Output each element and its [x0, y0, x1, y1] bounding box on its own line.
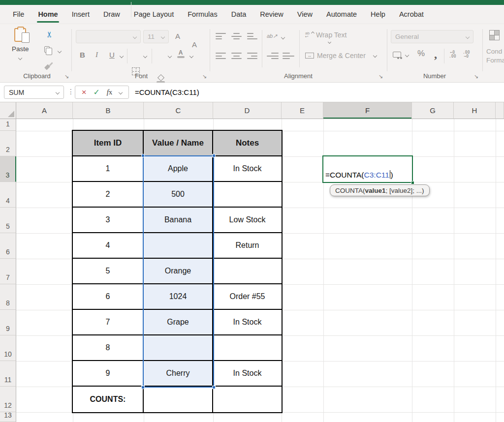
row-header-6[interactable]: 6 — [0, 233, 16, 259]
cell-C9[interactable]: Grape — [144, 310, 213, 335]
increase-indent-button[interactable] — [283, 53, 294, 59]
cell-B9[interactable]: 7 — [73, 310, 144, 335]
cell-D10[interactable] — [213, 335, 282, 361]
increase-decimal-button[interactable]: ←0 .00 — [449, 51, 456, 59]
active-cell-editor[interactable]: =COUNTA(C3:C11) — [322, 155, 413, 183]
row-header-7[interactable]: 7 — [0, 259, 16, 284]
row-header-9[interactable]: 9 — [0, 310, 16, 335]
row-header-3[interactable]: 3 — [0, 156, 16, 182]
row-header-12[interactable]: 12 — [0, 387, 16, 412]
column-header-a[interactable]: A — [16, 102, 73, 119]
align-top-button[interactable] — [216, 33, 226, 39]
tab-review[interactable]: Review — [253, 5, 290, 24]
cell-C12[interactable] — [144, 387, 213, 412]
cell-B6[interactable]: 4 — [73, 233, 144, 259]
accounting-chevron-icon[interactable] — [405, 53, 409, 57]
accounting-format-button[interactable] — [393, 52, 401, 58]
copy-button[interactable] — [44, 46, 50, 55]
tab-file[interactable]: File — [6, 5, 31, 24]
number-format-combo[interactable]: General — [391, 30, 473, 43]
column-header-g[interactable]: G — [412, 102, 454, 119]
cell-D7[interactable] — [213, 259, 282, 284]
align-left-button[interactable] — [216, 53, 226, 59]
tab-draw[interactable]: Draw — [96, 5, 127, 24]
tab-insert[interactable]: Insert — [65, 5, 96, 24]
cell-B3[interactable]: 1 — [73, 156, 144, 182]
align-center-button[interactable] — [231, 53, 242, 59]
cell-D3[interactable]: In Stock — [213, 156, 282, 182]
fill-handle[interactable] — [411, 181, 414, 184]
tab-acrobat[interactable]: Acrobat — [392, 5, 431, 24]
cell-D5[interactable]: Low Stock — [213, 208, 282, 233]
column-header-partial[interactable] — [496, 102, 504, 119]
insert-function-button[interactable]: fx — [107, 88, 113, 96]
cell-B4[interactable]: 2 — [73, 182, 144, 208]
cell-C10[interactable] — [144, 335, 213, 361]
orientation-button[interactable]: ab↗ — [267, 33, 277, 39]
cell-D11[interactable]: In Stock — [213, 361, 282, 387]
cell-C2[interactable]: Value / Name — [144, 131, 213, 156]
cell-D6[interactable]: Return — [213, 233, 282, 259]
column-header-d[interactable]: D — [213, 102, 282, 119]
paste-button[interactable]: Paste — [12, 28, 29, 61]
cell-D8[interactable]: Order #55 — [213, 284, 282, 310]
orientation-chevron-icon[interactable] — [281, 35, 285, 39]
cell-B5[interactable]: 3 — [73, 208, 144, 233]
tab-page-layout[interactable]: Page Layout — [127, 5, 181, 24]
cell-B11[interactable]: 9 — [73, 361, 144, 387]
row-header-13[interactable]: 13 — [0, 412, 16, 422]
tab-help[interactable]: Help — [364, 5, 392, 24]
percent-style-button[interactable]: % — [417, 49, 425, 59]
number-dialog-launcher[interactable]: ↘ — [474, 74, 478, 79]
cell-C7[interactable]: Orange — [144, 259, 213, 284]
tab-data[interactable]: Data — [224, 5, 253, 24]
fill-color-chevron-icon[interactable] — [168, 54, 172, 58]
cut-button[interactable]: ✂ — [46, 30, 53, 39]
enter-button[interactable]: ✓ — [94, 89, 100, 96]
alignment-dialog-launcher[interactable]: ↘ — [378, 74, 383, 79]
align-middle-button[interactable] — [231, 33, 242, 39]
tab-formulas[interactable]: Formulas — [181, 5, 224, 24]
align-right-button[interactable] — [247, 53, 257, 59]
row-header-2[interactable]: 2 — [0, 131, 16, 156]
tab-view[interactable]: View — [290, 5, 319, 24]
font-dialog-launcher[interactable]: ↘ — [202, 74, 207, 79]
cell-C8[interactable]: 1024 — [144, 284, 213, 310]
align-bottom-button[interactable] — [247, 33, 257, 39]
cell-B2[interactable]: Item ID — [73, 131, 144, 156]
format-painter-button[interactable] — [44, 61, 53, 71]
cell-C3[interactable]: Apple — [144, 156, 213, 182]
italic-button[interactable]: I — [95, 51, 98, 59]
column-header-e[interactable]: E — [282, 102, 323, 119]
cell-D9[interactable]: In Stock — [213, 310, 282, 335]
row-header-10[interactable]: 10 — [0, 335, 16, 361]
formula-bar-drag-handle[interactable]: ⋮ — [67, 88, 74, 95]
row-header-11[interactable]: 11 — [0, 361, 16, 387]
cell-C4[interactable]: 500 — [144, 182, 213, 208]
tab-automate[interactable]: Automate — [319, 5, 364, 24]
row-header-1[interactable]: 1 — [0, 119, 16, 131]
underline-button[interactable]: U — [109, 51, 115, 59]
column-header-b[interactable]: B — [73, 102, 144, 119]
tab-home[interactable]: Home — [31, 5, 64, 24]
font-name-combo[interactable] — [76, 30, 141, 43]
cell-C6[interactable] — [144, 233, 213, 259]
cell-D4[interactable] — [213, 182, 282, 208]
cell-C11[interactable]: Cherry — [144, 361, 213, 387]
cell-D2[interactable]: Notes — [213, 131, 282, 156]
row-header-4[interactable]: 4 — [0, 182, 16, 208]
clipboard-dialog-launcher[interactable]: ↘ — [64, 74, 69, 79]
name-box[interactable]: SUM — [4, 86, 64, 99]
decrease-decimal-button[interactable]: .00 →0 — [463, 51, 470, 59]
cell-B10[interactable]: 8 — [73, 335, 144, 361]
cell-B8[interactable]: 6 — [73, 284, 144, 310]
font-size-combo[interactable]: 11 — [143, 30, 169, 43]
row-header-5[interactable]: 5 — [0, 208, 16, 233]
cell-B12[interactable]: COUNTS: — [73, 387, 144, 412]
borders-chevron-icon[interactable] — [143, 54, 147, 58]
row-header-8[interactable]: 8 — [0, 284, 16, 310]
decrease-indent-button[interactable] — [267, 53, 279, 59]
column-header-c[interactable]: C — [144, 102, 213, 119]
cell-B7[interactable]: 5 — [73, 259, 144, 284]
underline-chevron-icon[interactable] — [120, 54, 124, 58]
